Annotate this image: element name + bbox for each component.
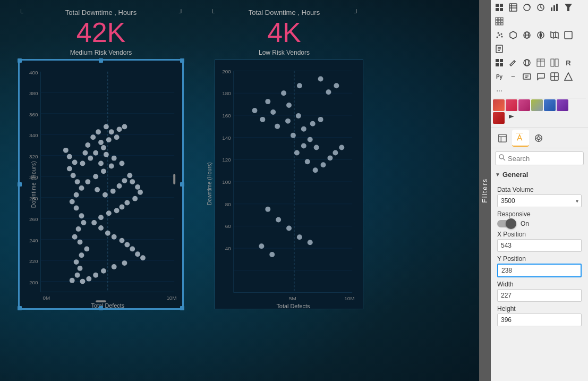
svg-point-79 [75,273,80,278]
tilde-icon[interactable]: ~ [507,70,519,83]
svg-rect-179 [496,20,498,22]
toolbar-row-3: R [493,56,586,69]
responsive-label: Responsive [497,210,582,218]
toolbar-color-row-2 [493,112,586,125]
data-volume-select[interactable]: 3500 1000 5000 [497,194,582,207]
clock-icon[interactable] [534,1,547,14]
color-swatch-5[interactable] [544,99,556,111]
general-section-label: General [502,171,528,179]
color-swatch-7[interactable] [493,112,505,124]
svg-marker-195 [540,32,542,38]
smart-narrative-icon[interactable] [562,70,575,83]
color-swatch-2[interactable] [506,99,517,111]
svg-point-155 [276,217,281,223]
search-icon [499,154,506,163]
edit-icon[interactable] [507,56,519,69]
flag-icon-btn[interactable] [506,112,518,125]
svg-point-86 [72,234,78,240]
table2-icon[interactable] [534,56,547,69]
svg-point-189 [501,36,503,38]
comment-icon[interactable] [534,70,547,83]
color-swatch-3[interactable] [518,99,530,111]
svg-point-136 [285,118,291,124]
svg-point-68 [120,238,125,243]
cross-highlight-icon[interactable] [548,70,561,83]
height-label: Height [497,305,582,312]
funnel-icon[interactable] [562,1,575,14]
svg-point-186 [499,35,500,36]
toolbar-row-2 [493,29,586,55]
tab-format[interactable] [512,130,529,147]
text-box-icon[interactable] [521,70,533,83]
svg-rect-205 [500,59,503,62]
color-swatch-6[interactable] [557,99,568,111]
shape-icon[interactable] [562,29,575,41]
svg-point-209 [524,60,530,66]
search-bar [495,151,584,165]
general-section-header[interactable]: ▼ General [491,168,588,181]
tab-analytics[interactable] [530,130,547,147]
map-icon[interactable] [548,29,561,41]
chevron-down-icon: ▼ [495,172,500,177]
globe-icon[interactable] [521,29,533,41]
x-position-input[interactable] [497,239,582,252]
color-swatch-1[interactable] [493,99,505,111]
scatter-icon[interactable] [493,29,506,41]
web-icon[interactable] [521,56,533,69]
responsive-toggle[interactable] [497,220,516,227]
circle-chart-icon[interactable] [521,1,533,14]
svg-point-59 [124,200,130,206]
svg-rect-204 [496,59,499,62]
svg-point-138 [290,133,295,138]
compass-icon[interactable] [534,29,547,41]
svg-point-148 [304,159,310,165]
responsive-toggle-row: On [497,220,582,227]
scatter-plot-low-risk[interactable]: 200 180 160 140 120 100 80 60 40 5M 10M [215,60,363,309]
svg-text:340: 340 [29,132,38,138]
color-swatch-4[interactable] [531,99,543,111]
svg-rect-214 [551,59,554,66]
width-input[interactable] [497,289,582,302]
svg-point-140 [310,121,315,126]
svg-rect-166 [509,4,517,11]
bar-chart-icon[interactable] [548,1,561,14]
y-position-input[interactable] [497,264,582,277]
svg-point-36 [96,130,101,135]
height-input[interactable] [497,314,582,326]
more-icon[interactable]: ··· [493,84,506,97]
svg-point-67 [112,234,117,240]
svg-point-157 [296,235,302,240]
r-icon[interactable]: R [562,56,575,69]
svg-point-30 [106,137,112,142]
svg-point-37 [90,134,96,140]
svg-point-33 [117,127,122,132]
svg-point-63 [98,215,104,220]
page-icon[interactable] [493,43,506,55]
search-input[interactable] [508,155,588,163]
grid2-icon[interactable] [493,56,506,69]
py-icon[interactable]: Py [493,70,506,83]
svg-point-80 [70,278,75,283]
svg-text:180: 180 [222,90,231,96]
svg-point-141 [318,117,323,122]
svg-point-29 [98,140,104,145]
matrix-icon[interactable] [493,15,506,28]
svg-rect-207 [500,63,503,66]
properties-tabs [491,128,588,148]
svg-point-159 [259,243,264,249]
svg-point-134 [286,103,292,108]
svg-point-48 [85,179,90,184]
scatter-plot-medium-risk[interactable]: Downtime (Hours) [19,60,183,309]
svg-rect-176 [496,18,498,20]
svg-point-82 [74,259,79,265]
grid-icon[interactable] [493,1,506,14]
svg-point-133 [270,109,276,115]
split-icon[interactable] [548,56,561,69]
tab-fields[interactable] [494,130,511,147]
table-icon[interactable] [507,1,519,14]
hexagon-icon[interactable] [507,29,519,41]
svg-text:10M: 10M [344,296,354,302]
chart-panel-low-risk: └ Total Downtime , Hours ┘ 4K Low Risk V… [186,5,367,309]
svg-rect-184 [501,23,503,25]
svg-point-66 [105,231,110,236]
